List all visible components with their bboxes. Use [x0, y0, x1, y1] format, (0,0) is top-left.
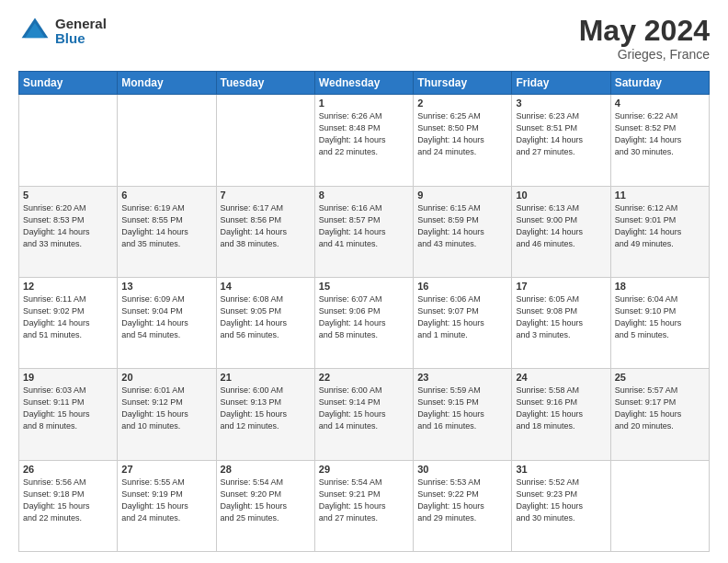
- day-info: Sunrise: 6:06 AM Sunset: 9:07 PM Dayligh…: [417, 293, 507, 341]
- day-info: Sunrise: 5:55 AM Sunset: 9:19 PM Dayligh…: [121, 477, 211, 524]
- table-row: [19, 95, 118, 186]
- day-number: 21: [221, 372, 311, 383]
- logo-general-text: General: [55, 17, 107, 32]
- table-row: 21Sunrise: 6:00 AM Sunset: 9:13 PM Dayli…: [216, 369, 314, 460]
- day-info: Sunrise: 6:23 AM Sunset: 8:51 PM Dayligh…: [516, 110, 606, 158]
- day-info: Sunrise: 5:57 AM Sunset: 9:17 PM Dayligh…: [615, 385, 705, 432]
- day-number: 24: [516, 372, 606, 383]
- day-number: 8: [319, 190, 409, 201]
- day-info: Sunrise: 6:00 AM Sunset: 9:14 PM Dayligh…: [319, 385, 409, 432]
- table-row: 22Sunrise: 6:00 AM Sunset: 9:14 PM Dayli…: [314, 369, 413, 460]
- header: General Blue May 2024 Grieges, France: [18, 15, 710, 62]
- day-number: 25: [615, 372, 705, 383]
- col-tuesday: Tuesday: [216, 72, 314, 95]
- day-info: Sunrise: 5:54 AM Sunset: 9:20 PM Dayligh…: [221, 477, 311, 524]
- table-row: 31Sunrise: 5:52 AM Sunset: 9:23 PM Dayli…: [512, 460, 610, 551]
- day-number: 12: [23, 281, 113, 292]
- day-number: 10: [516, 190, 606, 201]
- table-row: [216, 95, 314, 186]
- table-row: 3Sunrise: 6:23 AM Sunset: 8:51 PM Daylig…: [512, 95, 610, 186]
- day-info: Sunrise: 6:17 AM Sunset: 8:56 PM Dayligh…: [221, 202, 311, 250]
- day-info: Sunrise: 5:53 AM Sunset: 9:22 PM Dayligh…: [417, 477, 507, 524]
- calendar-table: Sunday Monday Tuesday Wednesday Thursday…: [18, 71, 710, 552]
- table-row: 23Sunrise: 5:59 AM Sunset: 9:15 PM Dayli…: [414, 369, 512, 460]
- day-info: Sunrise: 6:22 AM Sunset: 8:52 PM Dayligh…: [615, 110, 705, 158]
- day-number: 1: [319, 98, 409, 109]
- title-location: Grieges, France: [579, 47, 710, 62]
- calendar-week-row: 26Sunrise: 5:56 AM Sunset: 9:18 PM Dayli…: [19, 460, 710, 551]
- table-row: 20Sunrise: 6:01 AM Sunset: 9:12 PM Dayli…: [118, 369, 216, 460]
- table-row: 8Sunrise: 6:16 AM Sunset: 8:57 PM Daylig…: [314, 186, 413, 277]
- day-number: 7: [221, 190, 311, 201]
- day-info: Sunrise: 5:59 AM Sunset: 9:15 PM Dayligh…: [417, 385, 507, 432]
- table-row: 9Sunrise: 6:15 AM Sunset: 8:59 PM Daylig…: [414, 186, 512, 277]
- day-info: Sunrise: 6:11 AM Sunset: 9:02 PM Dayligh…: [23, 293, 113, 341]
- table-row: 26Sunrise: 5:56 AM Sunset: 9:18 PM Dayli…: [19, 460, 118, 551]
- day-info: Sunrise: 6:04 AM Sunset: 9:10 PM Dayligh…: [615, 293, 705, 341]
- day-number: 28: [221, 464, 311, 475]
- table-row: 27Sunrise: 5:55 AM Sunset: 9:19 PM Dayli…: [118, 460, 216, 551]
- day-info: Sunrise: 6:03 AM Sunset: 9:11 PM Dayligh…: [23, 385, 113, 432]
- table-row: 29Sunrise: 5:54 AM Sunset: 9:21 PM Dayli…: [314, 460, 413, 551]
- day-info: Sunrise: 6:12 AM Sunset: 9:01 PM Dayligh…: [615, 202, 705, 250]
- table-row: 16Sunrise: 6:06 AM Sunset: 9:07 PM Dayli…: [414, 277, 512, 368]
- table-row: 7Sunrise: 6:17 AM Sunset: 8:56 PM Daylig…: [216, 186, 314, 277]
- table-row: [610, 460, 709, 551]
- day-info: Sunrise: 6:20 AM Sunset: 8:53 PM Dayligh…: [23, 202, 113, 250]
- title-month: May 2024: [579, 15, 710, 47]
- day-info: Sunrise: 5:58 AM Sunset: 9:16 PM Dayligh…: [516, 385, 606, 432]
- table-row: 14Sunrise: 6:08 AM Sunset: 9:05 PM Dayli…: [216, 277, 314, 368]
- calendar-week-row: 12Sunrise: 6:11 AM Sunset: 9:02 PM Dayli…: [19, 277, 710, 368]
- day-number: 22: [319, 372, 409, 383]
- col-thursday: Thursday: [414, 72, 512, 95]
- day-number: 29: [319, 464, 409, 475]
- day-info: Sunrise: 6:19 AM Sunset: 8:55 PM Dayligh…: [121, 202, 211, 250]
- day-number: 9: [417, 190, 507, 201]
- day-info: Sunrise: 6:07 AM Sunset: 9:06 PM Dayligh…: [319, 293, 409, 341]
- day-info: Sunrise: 6:08 AM Sunset: 9:05 PM Dayligh…: [221, 293, 311, 341]
- table-row: 1Sunrise: 6:26 AM Sunset: 8:48 PM Daylig…: [314, 95, 413, 186]
- day-number: 30: [417, 464, 507, 475]
- table-row: 6Sunrise: 6:19 AM Sunset: 8:55 PM Daylig…: [118, 186, 216, 277]
- table-row: 15Sunrise: 6:07 AM Sunset: 9:06 PM Dayli…: [314, 277, 413, 368]
- table-row: 12Sunrise: 6:11 AM Sunset: 9:02 PM Dayli…: [19, 277, 118, 368]
- page: General Blue May 2024 Grieges, France Su…: [0, 0, 728, 563]
- table-row: 24Sunrise: 5:58 AM Sunset: 9:16 PM Dayli…: [512, 369, 610, 460]
- day-number: 14: [221, 281, 311, 292]
- day-number: 20: [121, 372, 211, 383]
- day-number: 19: [23, 372, 113, 383]
- table-row: 19Sunrise: 6:03 AM Sunset: 9:11 PM Dayli…: [19, 369, 118, 460]
- logo-icon: [18, 15, 51, 48]
- day-info: Sunrise: 6:15 AM Sunset: 8:59 PM Dayligh…: [417, 202, 507, 250]
- col-wednesday: Wednesday: [314, 72, 413, 95]
- day-number: 2: [417, 98, 507, 109]
- table-row: 28Sunrise: 5:54 AM Sunset: 9:20 PM Dayli…: [216, 460, 314, 551]
- col-sunday: Sunday: [19, 72, 118, 95]
- day-number: 15: [319, 281, 409, 292]
- logo: General Blue: [18, 15, 107, 48]
- table-row: 2Sunrise: 6:25 AM Sunset: 8:50 PM Daylig…: [414, 95, 512, 186]
- title-block: May 2024 Grieges, France: [579, 15, 710, 62]
- col-friday: Friday: [512, 72, 610, 95]
- logo-text: General Blue: [55, 17, 107, 47]
- day-number: 17: [516, 281, 606, 292]
- day-number: 31: [516, 464, 606, 475]
- table-row: [118, 95, 216, 186]
- day-info: Sunrise: 6:05 AM Sunset: 9:08 PM Dayligh…: [516, 293, 606, 341]
- table-row: 17Sunrise: 6:05 AM Sunset: 9:08 PM Dayli…: [512, 277, 610, 368]
- logo-blue-text: Blue: [55, 31, 107, 47]
- day-number: 26: [23, 464, 113, 475]
- day-info: Sunrise: 6:16 AM Sunset: 8:57 PM Dayligh…: [319, 202, 409, 250]
- day-number: 16: [417, 281, 507, 292]
- day-number: 6: [121, 190, 211, 201]
- day-info: Sunrise: 6:01 AM Sunset: 9:12 PM Dayligh…: [121, 385, 211, 432]
- day-number: 4: [615, 98, 705, 109]
- day-info: Sunrise: 6:00 AM Sunset: 9:13 PM Dayligh…: [221, 385, 311, 432]
- day-info: Sunrise: 5:54 AM Sunset: 9:21 PM Dayligh…: [319, 477, 409, 524]
- calendar-week-row: 19Sunrise: 6:03 AM Sunset: 9:11 PM Dayli…: [19, 369, 710, 460]
- day-info: Sunrise: 5:56 AM Sunset: 9:18 PM Dayligh…: [23, 477, 113, 524]
- day-number: 5: [23, 190, 113, 201]
- table-row: 5Sunrise: 6:20 AM Sunset: 8:53 PM Daylig…: [19, 186, 118, 277]
- table-row: 4Sunrise: 6:22 AM Sunset: 8:52 PM Daylig…: [610, 95, 709, 186]
- table-row: 10Sunrise: 6:13 AM Sunset: 9:00 PM Dayli…: [512, 186, 610, 277]
